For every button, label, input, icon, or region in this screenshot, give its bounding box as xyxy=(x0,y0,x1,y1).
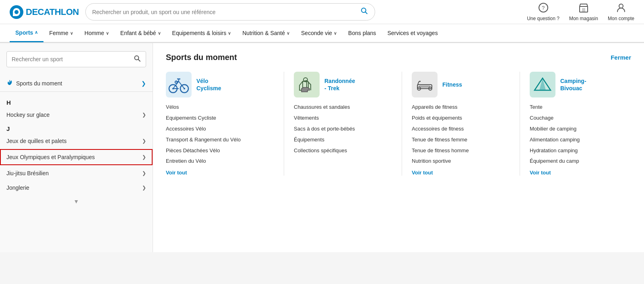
help-action[interactable]: ? Une question ? xyxy=(527,2,559,21)
nav-item-femme[interactable]: Femme ∨ xyxy=(43,24,78,42)
list-item[interactable]: Nutrition sportive xyxy=(412,158,513,165)
sidebar-item-jeux-quilles[interactable]: Jeux de quilles et palets ❯ xyxy=(0,134,153,148)
svg-rect-25 xyxy=(419,85,430,88)
sidebar-search-input[interactable] xyxy=(12,56,134,62)
list-item[interactable]: Appareils de fitness xyxy=(412,104,513,111)
list-item[interactable]: Transport & Rangement du Vélo xyxy=(166,137,277,143)
list-item[interactable]: Collections spécifiques xyxy=(294,147,395,154)
logo-text: DECATHLON xyxy=(26,7,79,17)
search-input[interactable] xyxy=(92,9,360,15)
sidebar-item-hockey[interactable]: Hockey sur glace ❯ xyxy=(0,108,153,122)
sidebar-item-label: Jiu-jitsu Brésilien xyxy=(6,170,49,176)
nav-label-homme: Homme xyxy=(85,30,104,36)
svg-line-3 xyxy=(365,12,367,14)
list-item[interactable]: Tente xyxy=(530,104,631,111)
search-bar[interactable] xyxy=(85,3,375,21)
category-fitness: Fitness Appareils de fitness Poids et éq… xyxy=(402,72,513,176)
question-icon: ? xyxy=(538,2,549,15)
list-item[interactable]: Équipements xyxy=(294,137,395,143)
category-items-fitness: Appareils de fitness Poids et équipement… xyxy=(412,104,513,165)
nav-item-bons-plans[interactable]: Bons plans xyxy=(343,24,382,42)
list-item[interactable]: Accessoires de fitness xyxy=(412,126,513,133)
search-button[interactable] xyxy=(360,7,368,17)
chevron-down-icon: ∨ xyxy=(70,31,73,36)
list-item[interactable]: Pièces Détachées Vélo xyxy=(166,147,277,154)
list-item[interactable]: Equipements Cycliste xyxy=(166,115,277,122)
store-action[interactable]: Mon magasin xyxy=(569,2,598,21)
list-item[interactable]: Couchage xyxy=(530,115,631,122)
sidebar-item-label: Jonglerie xyxy=(6,184,29,191)
list-item[interactable]: Alimentation camping xyxy=(530,137,631,143)
sidebar-item-jeux-olympiques[interactable]: Jeux Olympiques et Paralympiques ❯ xyxy=(0,149,153,165)
list-item[interactable]: Tenue de fitness femme xyxy=(412,137,513,143)
svg-line-10 xyxy=(138,60,140,62)
logo-icon xyxy=(10,5,23,19)
voir-tout-camping[interactable]: Voir tout xyxy=(530,170,631,176)
nav-item-nutrition[interactable]: Nutrition & Santé ∨ xyxy=(237,24,295,42)
category-header-fitness: Fitness xyxy=(412,72,513,97)
list-item[interactable]: Hydratation camping xyxy=(530,147,631,154)
category-items-randonnee: Chaussures et sandales Vêtements Sacs à … xyxy=(294,104,395,154)
randonnee-img xyxy=(295,73,318,96)
list-item[interactable]: Tenue de fitness homme xyxy=(412,147,513,154)
voir-tout-velo[interactable]: Voir tout xyxy=(166,170,277,176)
category-items-camping: Tente Couchage Mobilier de camping Alime… xyxy=(530,104,631,165)
category-img-velo xyxy=(166,72,192,97)
list-item[interactable]: Entretien du Vélo xyxy=(166,158,277,165)
arrow-icon: ❯ xyxy=(142,170,146,176)
nav-item-sports[interactable]: Sports ∧ xyxy=(10,24,43,42)
logo[interactable]: DECATHLON xyxy=(10,5,79,19)
voir-tout-fitness[interactable]: Voir tout xyxy=(412,170,513,176)
account-action[interactable]: Mon compte xyxy=(608,2,634,21)
arrow-icon: ❯ xyxy=(142,112,146,118)
sidebar-featured-arrow: ❯ xyxy=(141,80,146,87)
nav-item-homme[interactable]: Homme ∨ xyxy=(79,24,115,42)
sidebar-item-jonglerie[interactable]: Jonglerie ❯ xyxy=(0,180,153,195)
nav-label-services: Services et voyages xyxy=(387,30,438,36)
flame-icon xyxy=(6,79,13,87)
list-item[interactable]: Mobilier de camping xyxy=(530,126,631,133)
nav-label-seconde-vie: Seconde vie xyxy=(301,30,332,36)
content-header: Sports du moment Fermer xyxy=(166,53,631,62)
content-title: Sports du moment xyxy=(166,53,237,62)
close-button[interactable]: Fermer xyxy=(611,54,631,61)
list-item[interactable]: Vélos xyxy=(166,104,277,111)
list-item[interactable]: Équipement du camp xyxy=(530,158,631,165)
category-name-randonnee: Randonnée- Trek xyxy=(324,77,355,92)
category-items-velo: Vélos Equipements Cycliste Accessoires V… xyxy=(166,104,277,165)
svg-point-8 xyxy=(619,4,623,8)
nav-item-enfant[interactable]: Enfant & bébé ∨ xyxy=(115,24,167,42)
sidebar-search-bar[interactable] xyxy=(6,51,146,67)
chevron-down-icon: ∨ xyxy=(287,31,290,36)
list-item[interactable]: Poids et équipements xyxy=(412,115,513,122)
dropdown-panel: Sports du moment ❯ H Hockey sur glace ❯ … xyxy=(0,43,644,252)
arrow-icon: ❯ xyxy=(142,154,146,160)
svg-rect-7 xyxy=(582,8,585,12)
svg-text:?: ? xyxy=(542,5,545,11)
list-item[interactable]: Chaussures et sandales xyxy=(294,104,395,111)
nav-label-nutrition: Nutrition & Santé xyxy=(242,30,285,36)
category-img-randonnee xyxy=(294,72,320,97)
list-item[interactable]: Sacs à dos et porte-bébés xyxy=(294,126,395,133)
nav-item-seconde-vie[interactable]: Seconde vie ∨ xyxy=(295,24,343,42)
nav-label-enfant: Enfant & bébé xyxy=(120,30,156,36)
list-item[interactable]: Accessoires Vélo xyxy=(166,126,277,133)
sidebar-letter-j: J xyxy=(0,122,153,134)
chevron-down-icon: ∨ xyxy=(228,31,231,36)
search-icon xyxy=(360,7,368,15)
header-actions: ? Une question ? Mon magasin Mon compte xyxy=(527,2,634,21)
scroll-down-indicator: ▼ xyxy=(0,195,153,208)
list-item[interactable]: Vêtements xyxy=(294,115,395,122)
store-label: Mon magasin xyxy=(569,16,598,21)
nav-item-equipements[interactable]: Equipements & loisirs ∨ xyxy=(167,24,237,42)
sidebar-item-label: Jeux Olympiques et Paralympiques xyxy=(6,154,95,160)
category-name-camping: Camping-Bivouac xyxy=(560,77,586,92)
sidebar-featured-item[interactable]: Sports du moment ❯ xyxy=(0,75,153,92)
nav-label-bons-plans: Bons plans xyxy=(348,30,376,36)
main-content: Sports du moment Fermer xyxy=(153,43,644,252)
nav-item-services[interactable]: Services et voyages xyxy=(382,24,443,42)
category-header-randonnee: Randonnée- Trek xyxy=(294,72,395,97)
sidebar-item-label: Hockey sur glace xyxy=(6,112,50,118)
category-velo: VéloCyclisme Vélos Equipements Cycliste … xyxy=(166,72,277,176)
sidebar-item-jiu-jitsu[interactable]: Jiu-jitsu Brésilien ❯ xyxy=(0,166,153,180)
